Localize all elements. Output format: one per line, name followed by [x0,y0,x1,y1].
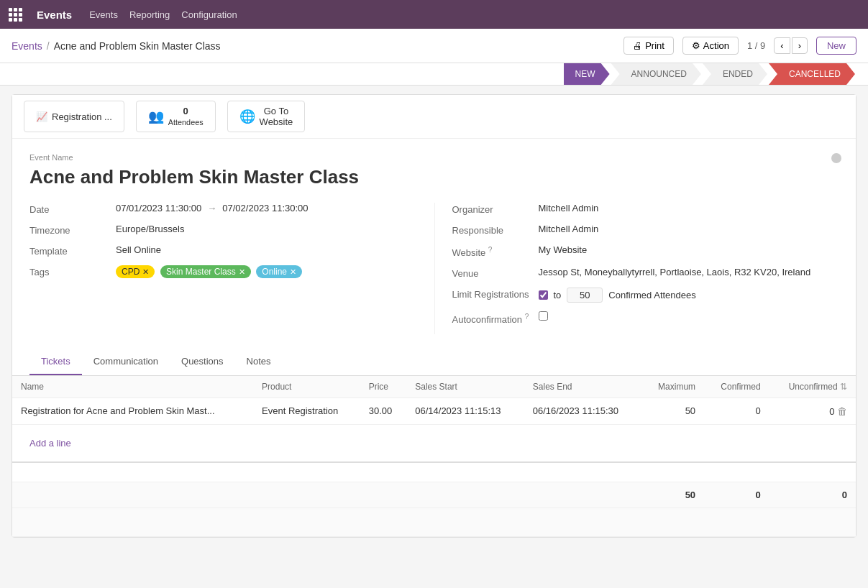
organizer-label: Organizer [452,203,539,215]
autoconfirmation-row: Autoconfirmation ? [452,311,839,325]
col-unconfirmed: Unconfirmed ⇅ [769,376,856,398]
table-header-row: Name Product Price Sales Start Sales End… [12,376,856,398]
add-line-row: Add a line [12,424,856,462]
timezone-value[interactable]: Europe/Brussels [116,224,417,234]
table-footer: 50 0 0 [12,462,856,537]
tickets-table: Name Product Price Sales Start Sales End… [12,376,856,538]
sort-icon[interactable]: ⇅ [840,382,847,392]
table-bottom-spacer [12,508,856,537]
col-name: Name [12,376,253,398]
spacer-row [12,462,856,482]
tags-row: Tags CPD ✕ Skin Master Class ✕ Online ✕ [29,265,417,278]
row-maximum[interactable]: 50 [641,398,704,424]
main-content: 📈 Name Registration ... 👥 0Attendees 🌐 G… [12,94,856,538]
form-left: Date 07/01/2023 11:30:00 → 07/02/2023 11… [29,203,434,334]
tag-online-remove[interactable]: ✕ [290,267,296,277]
form-section: Event Name Acne and Problem Skin Master … [12,139,856,349]
action-button[interactable]: ⚙ Action [682,37,739,55]
row-sales-end[interactable]: 06/16/2023 11:15:30 [524,398,642,424]
people-icon: 👥 [148,109,164,124]
row-name[interactable]: Registration for Acne and Problem Skin M… [12,398,253,424]
breadcrumb-current: Acne and Problem Skin Master Class [54,40,221,52]
breadcrumb-parent[interactable]: Events [12,40,42,52]
limit-number[interactable]: 50 [567,288,603,303]
responsible-value[interactable]: Mitchell Admin [539,224,839,234]
limit-to-label: to [554,290,562,300]
nav-reporting[interactable]: Reporting [129,9,170,20]
total-maximum: 50 [641,482,704,508]
breadcrumb-separator: / [47,40,50,52]
row-confirmed[interactable]: 0 [704,398,769,424]
nav-configuration[interactable]: Configuration [181,9,237,20]
tab-questions[interactable]: Questions [170,349,235,375]
col-confirmed: Confirmed [704,376,769,398]
print-button[interactable]: 🖨 Print [623,37,674,55]
col-maximum: Maximum [641,376,704,398]
title-bar-actions: 🖨 Print ⚙ Action 1 / 9 ‹ › New [623,37,856,55]
date-end[interactable]: 07/02/2023 11:30:00 [222,203,308,213]
nav-next[interactable]: › [792,37,808,54]
status-step-ended[interactable]: ENDED [703,63,767,85]
tag-cpd-remove[interactable]: ✕ [142,267,149,277]
tag-cpd: CPD ✕ [116,265,155,278]
total-confirmed: 0 [704,482,769,508]
tag-skin-master-class: Skin Master Class ✕ [160,265,251,278]
col-sales-end: Sales End [524,376,642,398]
status-step-new[interactable]: NEW [564,63,610,85]
app-grid-icon[interactable] [9,8,22,22]
venue-row: Venue Jessop St, Moneyballytyrrell, Port… [452,267,839,279]
row-unconfirmed: 0 🗑 [769,398,856,424]
date-value: 07/01/2023 11:30:00 → 07/02/2023 11:30:0… [116,203,417,213]
title-bar: Events / Acne and Problem Skin Master Cl… [0,29,868,63]
col-sales-start: Sales Start [406,376,524,398]
form-grid: Date 07/01/2023 11:30:00 → 07/02/2023 11… [29,203,839,334]
goto-website-button[interactable]: 🌐 Go ToWebsite [227,101,306,132]
responsible-row: Responsible Mitchell Admin [452,224,839,236]
venue-value[interactable]: Jessop St, Moneyballytyrrell, Portlaoise… [539,267,839,277]
nav-events[interactable]: Events [89,9,118,20]
autoconfirmation-checkbox[interactable] [539,311,548,321]
status-step-cancelled[interactable]: CANCELLED [769,63,855,85]
date-row: Date 07/01/2023 11:30:00 → 07/02/2023 11… [29,203,417,215]
event-name-label: Event Name [29,153,839,162]
tab-communication[interactable]: Communication [82,349,170,375]
delete-row-icon[interactable]: 🗑 [837,405,847,417]
tab-tickets[interactable]: Tickets [29,349,82,375]
nav-prev[interactable]: ‹ [774,37,790,54]
tag-skin-remove[interactable]: ✕ [239,267,245,277]
template-row: Template Sell Online [29,244,417,257]
status-indicator [831,153,841,163]
registration-button[interactable]: 📈 Name Registration ... [24,101,124,132]
organizer-value[interactable]: Mitchell Admin [539,203,839,213]
table-row: Registration for Acne and Problem Skin M… [12,398,856,424]
attendees-button[interactable]: 👥 0Attendees [136,101,216,132]
organizer-row: Organizer Mitchell Admin [452,203,839,215]
new-button[interactable]: New [816,37,856,55]
date-start[interactable]: 07/01/2023 11:30:00 [116,203,201,213]
template-value[interactable]: Sell Online [116,244,417,255]
status-step-announced[interactable]: ANNOUNCED [611,63,701,85]
tag-online: Online ✕ [256,265,302,278]
tab-notes[interactable]: Notes [235,349,283,375]
chart-icon: 📈 [36,111,47,122]
row-sales-start[interactable]: 06/14/2023 11:15:13 [406,398,524,424]
timezone-label: Timezone [29,224,116,236]
venue-label: Venue [452,267,539,279]
row-product[interactable]: Event Registration [253,398,360,424]
breadcrumb: Events / Acne and Problem Skin Master Cl… [12,40,221,52]
action-bar: 📈 Name Registration ... 👥 0Attendees 🌐 G… [12,95,856,139]
form-right: Organizer Mitchell Admin Responsible Mit… [434,203,839,334]
responsible-label: Responsible [452,224,539,236]
tickets-table-section: Name Product Price Sales Start Sales End… [12,376,856,538]
website-row: Website ? My Website [452,244,839,258]
add-line-button[interactable]: Add a line [21,432,80,454]
tags-value: CPD ✕ Skin Master Class ✕ Online ✕ [116,265,417,278]
row-price[interactable]: 30.00 [360,398,407,424]
limit-registrations-checkbox[interactable] [539,290,548,300]
tabs-bar: Tickets Communication Questions Notes [12,349,856,376]
event-title[interactable]: Acne and Problem Skin Master Class [29,166,839,188]
globe-icon: 🌐 [239,109,255,124]
website-label: Website ? [452,244,539,258]
website-value[interactable]: My Website [539,244,839,255]
app-name[interactable]: Events [37,9,72,21]
